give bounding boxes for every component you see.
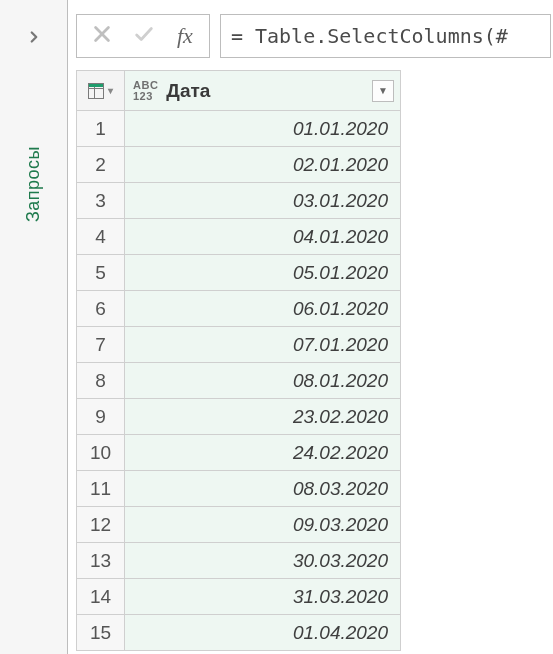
table-row[interactable]: 1108.03.2020 (77, 471, 401, 507)
row-number[interactable]: 6 (77, 291, 125, 327)
queries-pane[interactable]: Запросы (0, 0, 68, 654)
cell-value[interactable]: 23.02.2020 (125, 399, 401, 435)
cell-value[interactable]: 03.01.2020 (125, 183, 401, 219)
table-row[interactable]: 808.01.2020 (77, 363, 401, 399)
row-number[interactable]: 2 (77, 147, 125, 183)
column-name: Дата (166, 80, 364, 102)
commit-formula-icon[interactable] (131, 23, 157, 49)
chevron-down-icon: ▾ (108, 86, 113, 96)
table-row[interactable]: 1431.03.2020 (77, 579, 401, 615)
row-number[interactable]: 4 (77, 219, 125, 255)
table-row[interactable]: 101.01.2020 (77, 111, 401, 147)
queries-pane-label: Запросы (23, 146, 44, 222)
table-row[interactable]: 303.01.2020 (77, 183, 401, 219)
expand-queries-icon[interactable] (25, 28, 43, 46)
fx-label[interactable]: fx (175, 23, 195, 49)
row-number[interactable]: 10 (77, 435, 125, 471)
row-number[interactable]: 1 (77, 111, 125, 147)
row-number[interactable]: 15 (77, 615, 125, 651)
table-row[interactable]: 1209.03.2020 (77, 507, 401, 543)
formula-controls: fx (76, 14, 210, 58)
row-number[interactable]: 8 (77, 363, 125, 399)
cell-value[interactable]: 06.01.2020 (125, 291, 401, 327)
formula-text: = Table.SelectColumns(# (231, 24, 508, 48)
cell-value[interactable]: 05.01.2020 (125, 255, 401, 291)
row-number[interactable]: 9 (77, 399, 125, 435)
row-number[interactable]: 3 (77, 183, 125, 219)
row-number[interactable]: 7 (77, 327, 125, 363)
table-row[interactable]: 1330.03.2020 (77, 543, 401, 579)
cell-value[interactable]: 24.02.2020 (125, 435, 401, 471)
table-row[interactable]: 1024.02.2020 (77, 435, 401, 471)
row-number[interactable]: 12 (77, 507, 125, 543)
cell-value[interactable]: 01.01.2020 (125, 111, 401, 147)
cell-value[interactable]: 04.01.2020 (125, 219, 401, 255)
row-number[interactable]: 13 (77, 543, 125, 579)
cell-value[interactable]: 08.01.2020 (125, 363, 401, 399)
cell-value[interactable]: 08.03.2020 (125, 471, 401, 507)
column-type-icon[interactable]: ABC 123 (133, 80, 158, 102)
column-header[interactable]: ABC 123 Дата ▼ (125, 71, 401, 111)
cell-value[interactable]: 01.04.2020 (125, 615, 401, 651)
table-icon (88, 83, 104, 99)
column-filter-button[interactable]: ▼ (372, 80, 394, 102)
table-row[interactable]: 923.02.2020 (77, 399, 401, 435)
row-number[interactable]: 14 (77, 579, 125, 615)
cell-value[interactable]: 30.03.2020 (125, 543, 401, 579)
cell-value[interactable]: 31.03.2020 (125, 579, 401, 615)
table-row[interactable]: 707.01.2020 (77, 327, 401, 363)
table-row[interactable]: 202.01.2020 (77, 147, 401, 183)
table-row[interactable]: 404.01.2020 (77, 219, 401, 255)
formula-input[interactable]: = Table.SelectColumns(# (220, 14, 551, 58)
table-row[interactable]: 1501.04.2020 (77, 615, 401, 651)
table-corner-menu[interactable]: ▾ (77, 71, 125, 111)
chevron-down-icon: ▼ (378, 85, 388, 96)
cell-value[interactable]: 07.01.2020 (125, 327, 401, 363)
table-row[interactable]: 505.01.2020 (77, 255, 401, 291)
cell-value[interactable]: 02.01.2020 (125, 147, 401, 183)
table-row[interactable]: 606.01.2020 (77, 291, 401, 327)
row-number[interactable]: 11 (77, 471, 125, 507)
row-number[interactable]: 5 (77, 255, 125, 291)
formula-bar: fx = Table.SelectColumns(# (68, 8, 553, 66)
data-table: ▾ ABC 123 Дата ▼ (76, 70, 401, 651)
cancel-formula-icon[interactable] (91, 23, 113, 49)
cell-value[interactable]: 09.03.2020 (125, 507, 401, 543)
